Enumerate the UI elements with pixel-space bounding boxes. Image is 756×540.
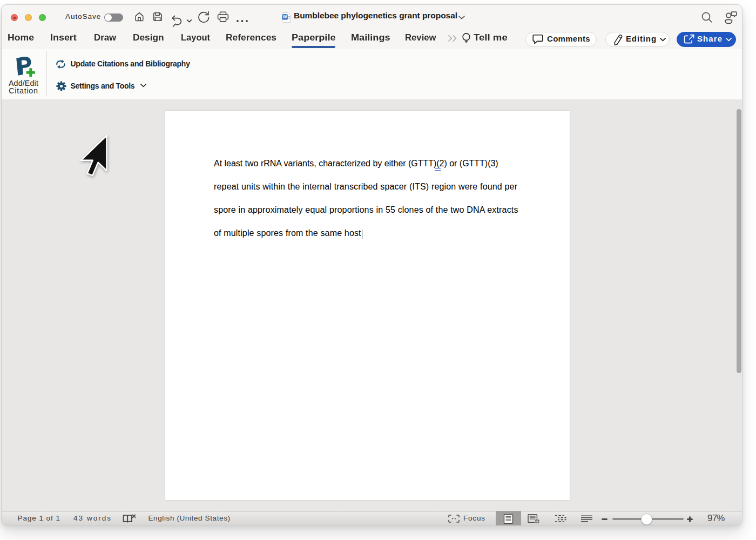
svg-text:W: W [283,14,288,19]
